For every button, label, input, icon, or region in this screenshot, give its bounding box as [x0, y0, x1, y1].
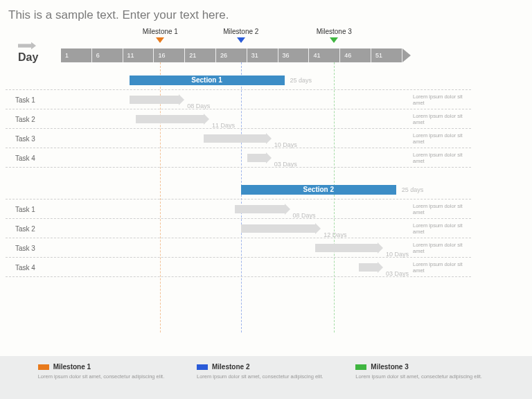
- task-duration: 10 Days: [386, 251, 409, 258]
- task-note: Lorem ipsum dolor sit amet: [413, 242, 467, 254]
- task-row: Task 403 DaysLorem ipsum dolor sit amet: [6, 148, 471, 168]
- milestone-marker-icon: [156, 37, 164, 43]
- gantt-chart: Milestone 1Milestone 2Milestone 3 Day 16…: [6, 28, 526, 326]
- task-row: Task 108 DaysLorem ipsum dolor sit amet: [6, 90, 471, 109]
- legend-desc: Lorem ipsum dolor sit amet, consectetur …: [197, 373, 335, 380]
- task-note: Lorem ipsum dolor sit amet: [413, 261, 467, 274]
- section-duration: 25 days: [290, 77, 312, 84]
- task-label: Task 1: [15, 205, 35, 213]
- task-bar: [130, 96, 179, 104]
- task-bar: [359, 263, 378, 272]
- task-note: Lorem ipsum dolor sit amet: [413, 113, 467, 125]
- task-row: Task 108 DaysLorem ipsum dolor sit amet: [6, 200, 471, 219]
- axis-tick: 11: [123, 48, 154, 62]
- legend: Milestone 1Lorem ipsum dolor sit amet, c…: [0, 356, 532, 399]
- legend-desc: Lorem ipsum dolor sit amet, consectetur …: [38, 373, 177, 380]
- day-label: Day: [18, 51, 38, 64]
- task-label: Task 1: [15, 96, 35, 103]
- task-label: Task 3: [15, 134, 35, 142]
- axis-tick: 31: [247, 48, 278, 62]
- day-axis: 16111621263136414651: [61, 48, 411, 62]
- task-duration: 08 Days: [187, 103, 210, 109]
- legend-swatch-icon: [38, 364, 49, 370]
- task-bar: [136, 115, 204, 123]
- axis-tick: 36: [278, 48, 310, 62]
- task-duration: 03 Days: [386, 270, 409, 277]
- task-bar: [247, 154, 266, 162]
- task-note: Lorem ipsum dolor sit amet: [413, 203, 467, 215]
- task-duration: 12 Days: [323, 231, 346, 238]
- task-duration: 11 Days: [212, 122, 235, 129]
- task-note: Lorem ipsum dolor sit amet: [413, 222, 467, 235]
- milestone-row: Milestone 1Milestone 2Milestone 3: [6, 28, 526, 40]
- legend-desc: Lorem ipsum dolor sit amet, consectetur …: [355, 373, 494, 380]
- svg-marker-1: [31, 42, 36, 49]
- milestone-label: Milestone 2: [223, 28, 258, 35]
- axis-tick: 1: [61, 48, 92, 62]
- axis-tick: 16: [154, 48, 185, 62]
- task-row: Task 403 DaysLorem ipsum dolor sit amet: [6, 258, 471, 277]
- section-bar: Section 1: [130, 76, 285, 85]
- task-label: Task 4: [15, 154, 35, 161]
- axis-tick: 6: [92, 48, 123, 62]
- task-row: Task 310 DaysLorem ipsum dolor sit amet: [6, 129, 471, 148]
- task-note: Lorem ipsum dolor sit amet: [413, 132, 467, 145]
- legend-swatch-icon: [355, 364, 366, 370]
- task-label: Task 2: [15, 115, 35, 123]
- section-duration: 25 days: [402, 186, 424, 193]
- task-label: Task 3: [15, 244, 35, 251]
- axis-cap-icon: [402, 48, 411, 62]
- task-row: Task 212 DaysLorem ipsum dolor sit amet: [6, 219, 471, 238]
- day-arrow-icon: [18, 42, 36, 50]
- axis-tick: 46: [340, 48, 371, 62]
- milestone-label: Milestone 1: [143, 28, 178, 35]
- task-label: Task 2: [15, 224, 35, 232]
- task-bar: [241, 224, 316, 233]
- milestone-marker-icon: [237, 37, 245, 43]
- task-duration: 08 Days: [293, 212, 316, 219]
- page-title: This is a sample text. Enter your text h…: [6, 8, 526, 22]
- legend-item: Milestone 2Lorem ipsum dolor sit amet, c…: [197, 363, 335, 380]
- task-bar: [315, 244, 378, 252]
- section-bar: Section 2: [241, 185, 396, 195]
- task-note: Lorem ipsum dolor sit amet: [413, 94, 467, 106]
- axis-tick: 51: [371, 48, 402, 62]
- task-row: Task 211 DaysLorem ipsum dolor sit amet: [6, 109, 471, 129]
- task-bar: [235, 205, 285, 213]
- task-label: Task 4: [15, 263, 35, 271]
- task-row: Task 310 DaysLorem ipsum dolor sit amet: [6, 238, 471, 258]
- legend-name: Milestone 3: [371, 363, 408, 371]
- legend-name: Milestone 2: [212, 363, 249, 371]
- axis-tick: 26: [216, 48, 247, 62]
- task-bar: [204, 134, 266, 143]
- section-row: Section 225 days: [6, 180, 471, 200]
- axis-tick: 21: [185, 48, 216, 62]
- task-duration: 03 Days: [274, 161, 297, 168]
- legend-item: Milestone 1Lorem ipsum dolor sit amet, c…: [38, 363, 177, 380]
- milestone-marker-icon: [330, 37, 338, 43]
- axis-tick: 41: [309, 48, 340, 62]
- task-note: Lorem ipsum dolor sit amet: [413, 152, 467, 164]
- milestone-label: Milestone 3: [317, 28, 352, 35]
- section-row: Section 125 days: [6, 71, 471, 90]
- legend-swatch-icon: [197, 364, 208, 370]
- legend-item: Milestone 3Lorem ipsum dolor sit amet, c…: [355, 363, 494, 380]
- legend-name: Milestone 1: [53, 363, 91, 371]
- task-duration: 10 Days: [274, 141, 297, 148]
- svg-rect-0: [18, 44, 31, 47]
